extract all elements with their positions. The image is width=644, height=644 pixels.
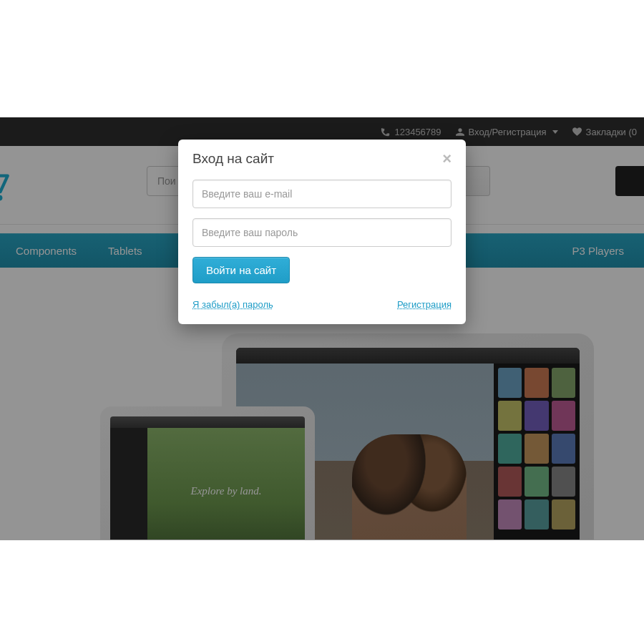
password-field[interactable] <box>192 218 452 247</box>
modal-title: Вход на сайт <box>192 151 274 167</box>
email-field[interactable] <box>192 180 452 208</box>
login-modal: Вход на сайт × Войти на сайт Я забыл(а) … <box>178 140 466 324</box>
forgot-password-link[interactable]: Я забыл(а) пароль <box>192 299 273 310</box>
register-link[interactable]: Регистрация <box>397 299 452 310</box>
login-button[interactable]: Войти на сайт <box>192 257 290 283</box>
close-icon[interactable]: × <box>442 151 452 167</box>
